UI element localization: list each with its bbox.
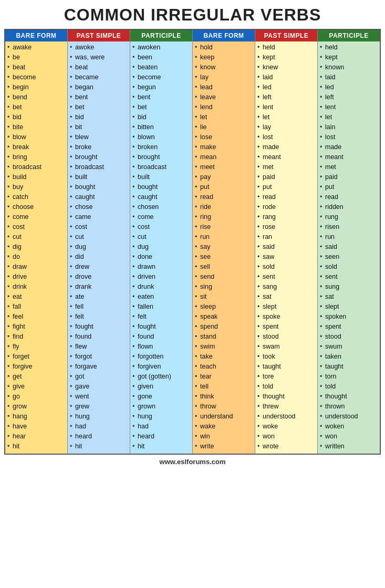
list-item: got (gotten) — [132, 372, 190, 382]
list-item: speak — [195, 312, 253, 322]
col-header-2: PARTICIPLE — [130, 30, 192, 41]
list-item: known — [320, 62, 378, 72]
list-item: grown — [132, 402, 190, 412]
list-item: did — [70, 252, 128, 262]
list-item: sent — [257, 272, 315, 282]
list-item: made — [320, 142, 378, 152]
list-item: cut — [7, 232, 65, 242]
list-item: hung — [132, 412, 190, 422]
list-item: drawn — [132, 262, 190, 272]
list-item: find — [7, 332, 65, 342]
list-item: knew — [257, 62, 315, 72]
list-item: grew — [70, 402, 128, 412]
list-item: eat — [7, 292, 65, 302]
list-item: bought — [70, 182, 128, 192]
list-item: paid — [320, 172, 378, 182]
list-item: swam — [257, 342, 315, 352]
list-item: have — [7, 422, 65, 432]
list-item: run — [195, 232, 253, 242]
list-item: meant — [320, 152, 378, 162]
list-item: pay — [195, 172, 253, 182]
list-item: brought — [132, 152, 190, 162]
list-item: take — [195, 352, 253, 362]
list-item: hit — [132, 442, 190, 452]
list-item: become — [132, 72, 190, 82]
list-item: led — [257, 82, 315, 92]
list-item: come — [132, 212, 190, 222]
list-item: forgot — [70, 352, 128, 362]
list-item: read — [320, 192, 378, 202]
list-item: read — [195, 192, 253, 202]
list-item: put — [320, 182, 378, 192]
list-item: become — [7, 72, 65, 82]
list-item: forget — [7, 352, 65, 362]
list-item: dug — [132, 242, 190, 252]
list-item: drove — [70, 272, 128, 282]
list-item: forgive — [7, 362, 65, 372]
list-item: woke — [257, 422, 315, 432]
list-item: rode — [257, 202, 315, 212]
list-item: won — [320, 432, 378, 442]
list-item: fallen — [132, 302, 190, 312]
list-item: fought — [70, 322, 128, 332]
list-item: heard — [132, 432, 190, 442]
list-item: broke — [70, 142, 128, 152]
list-item: lent — [257, 102, 315, 112]
list-item: come — [7, 212, 65, 222]
list-item: wrote — [257, 442, 315, 452]
list-item: met — [320, 162, 378, 172]
list-item: sleep — [195, 302, 253, 312]
col-header-4: PAST SIMPLE — [255, 30, 317, 41]
list-item: made — [257, 142, 315, 152]
list-item: bet — [132, 102, 190, 112]
list-item: spoken — [320, 312, 378, 322]
list-item: drink — [7, 282, 65, 292]
list-item: awoken — [132, 43, 190, 52]
list-item: found — [132, 332, 190, 342]
list-item: lend — [195, 102, 253, 112]
list-item: saw — [257, 252, 315, 262]
list-item: thrown — [320, 402, 378, 412]
list-item: bid — [70, 112, 128, 122]
list-item: came — [70, 212, 128, 222]
list-item: led — [320, 82, 378, 92]
list-item: sung — [320, 282, 378, 292]
list-item: blow — [7, 132, 65, 142]
list-item: felt — [132, 312, 190, 322]
list-item: held — [320, 43, 378, 52]
list-item: fell — [70, 302, 128, 312]
list-item: stand — [195, 332, 253, 342]
list-item: slept — [257, 302, 315, 312]
list-item: taught — [320, 362, 378, 372]
list-item: seen — [320, 252, 378, 262]
list-item: let — [257, 112, 315, 122]
list-item: feel — [7, 312, 65, 322]
list-item: draw — [7, 262, 65, 272]
list-item: slept — [320, 302, 378, 312]
list-item: see — [195, 252, 253, 262]
list-item: told — [257, 382, 315, 392]
list-item: make — [195, 142, 253, 152]
list-item: bent — [70, 92, 128, 102]
list-item: broadcast — [132, 162, 190, 172]
list-item: bit — [70, 122, 128, 132]
list-item: hit — [7, 442, 65, 452]
list-item: swum — [320, 342, 378, 352]
list-item: teach — [195, 362, 253, 372]
list-item: swim — [195, 342, 253, 352]
list-item: tore — [257, 372, 315, 382]
list-item: wake — [195, 422, 253, 432]
list-item: rung — [320, 212, 378, 222]
list-item: risen — [320, 222, 378, 232]
footer: www.eslforums.com — [4, 458, 381, 466]
list-item: went — [70, 392, 128, 402]
col-header-1: PAST SIMPLE — [68, 30, 130, 41]
column-0: BARE FORMawakebebeatbecomebeginbendbetbi… — [5, 30, 68, 454]
list-item: broken — [132, 142, 190, 152]
column-3: BARE FORMholdkeepknowlayleadleavelendlet… — [193, 30, 255, 454]
list-item: bid — [7, 112, 65, 122]
list-item: taught — [257, 362, 315, 372]
list-item: fought — [132, 322, 190, 332]
list-item: buy — [7, 182, 65, 192]
list-item: drive — [7, 272, 65, 282]
